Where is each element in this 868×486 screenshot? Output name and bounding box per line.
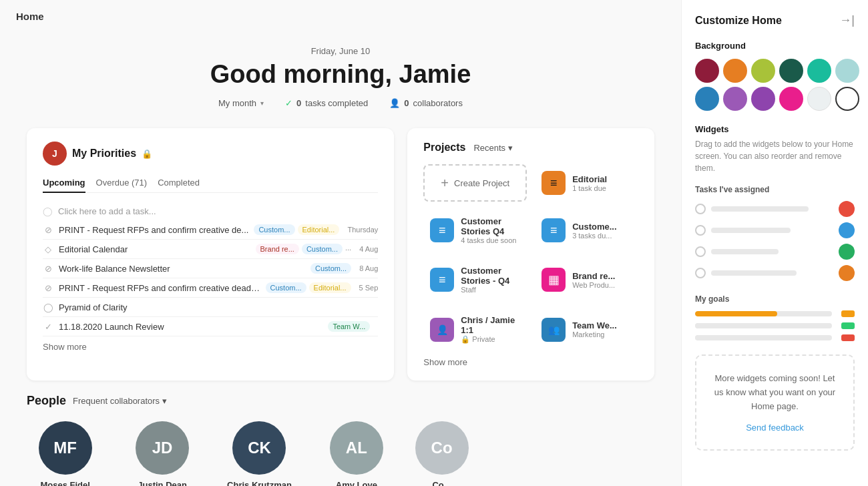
recents-filter[interactable]: Recents ▾ [473, 143, 513, 153]
table-row[interactable]: ✓ 11.18.2020 Launch Review Team W... [43, 317, 378, 336]
check-icon: ✓ [43, 321, 53, 332]
tag[interactable]: Custom... [310, 263, 351, 274]
circle-icon: ◯ [43, 302, 53, 312]
widgets-description: Drag to add the widgets below to your Ho… [695, 138, 855, 174]
color-swatch-light-gray[interactable] [807, 87, 831, 111]
avatar: JD [136, 421, 189, 475]
tag[interactable]: Editorial... [298, 224, 340, 235]
color-swatch-forest[interactable] [779, 59, 803, 83]
widget-row [695, 201, 855, 217]
avatar: CK [232, 421, 286, 475]
my-goals-title: My goals [695, 294, 855, 304]
projects-grid: + Create Project ≡ Editorial 1 task due … [423, 164, 638, 350]
color-swatch-light-teal[interactable] [835, 59, 859, 83]
goal-row [695, 310, 855, 317]
tag[interactable]: Custom... [302, 244, 343, 254]
tab-overdue[interactable]: Overdue (71) [96, 174, 148, 193]
hero-date: Friday, June 10 [0, 46, 681, 56]
hero-stats: My month ▾ ✓ 0 tasks completed 👤 0 colla… [0, 98, 681, 108]
color-swatch-crimson[interactable] [695, 59, 719, 83]
background-section: Background [695, 41, 855, 111]
tag[interactable]: Team W... [328, 321, 370, 332]
project-icon: ≡ [541, 171, 566, 195]
chevron-down-icon: ▾ [162, 396, 167, 406]
people-grid: MF Moses Fidel Collaborating with me JD … [27, 421, 654, 486]
project-item[interactable]: ≡ Editorial 1 task due [535, 164, 638, 202]
table-row[interactable]: ◯ Pyramid of Clarity [43, 298, 378, 317]
check-icon [695, 246, 706, 257]
show-more-tasks[interactable]: Show more [43, 342, 378, 352]
list-item[interactable]: JD Justin Dean Collaborating with me [124, 421, 200, 486]
table-row[interactable]: ◇ Editorial Calendar Brand re... Custom.… [43, 240, 378, 259]
color-swatch-teal[interactable] [807, 59, 831, 83]
list-item[interactable]: CK Chris Krutzman Collaborating with me [221, 421, 298, 486]
tasks-completed-stat: ✓ 0 tasks completed [285, 98, 368, 108]
project-item[interactable]: 👤 Chris / Jamie 1:1 🔒 Private [423, 308, 527, 350]
show-more-projects[interactable]: Show more [423, 357, 638, 367]
people-section: People Frequent collaborators ▾ MF Moses… [0, 394, 681, 486]
color-swatch-blue[interactable] [695, 87, 719, 111]
tag[interactable]: Brand re... [256, 244, 299, 254]
check-icon [695, 204, 706, 214]
my-goals-widget: My goals [695, 294, 855, 341]
list-item[interactable]: MF Moses Fidel Collaborating with me [27, 421, 103, 486]
project-item[interactable]: 👥 Team We... Marketing [535, 308, 638, 350]
project-item[interactable]: ≡ Custome... 3 tasks du... [535, 210, 638, 251]
project-icon: ≡ [430, 218, 454, 242]
color-swatch-white[interactable] [835, 87, 859, 111]
table-row[interactable]: ⊘ PRINT - Request RFPs and confirm creat… [43, 278, 378, 298]
project-icon: 👥 [541, 318, 566, 342]
avatar [839, 265, 855, 281]
goal-row [695, 322, 855, 329]
table-row[interactable]: ⊘ PRINT - Request RFPs and confirm creat… [43, 220, 378, 240]
color-swatch-lavender[interactable] [723, 87, 747, 111]
check-icon [695, 225, 706, 236]
color-swatch-orange[interactable] [723, 59, 747, 83]
project-item[interactable]: ▦ Brand re... Web Produ... [535, 259, 638, 300]
tag[interactable]: Editorial... [309, 282, 351, 293]
hero-section: Friday, June 10 Good morning, Jamie My m… [0, 33, 681, 115]
project-icon: ≡ [430, 268, 454, 292]
circle-icon: ◯ [43, 206, 53, 216]
tag[interactable]: Custom... [254, 224, 294, 235]
widgets-section: Widgets Drag to add the widgets below to… [695, 124, 855, 341]
color-swatch-pink[interactable] [779, 87, 803, 111]
chevron-down-icon: ▾ [508, 143, 513, 153]
project-icon: 👤 [430, 318, 454, 342]
tab-completed[interactable]: Completed [158, 174, 200, 193]
lock-icon: 🔒 [142, 149, 152, 159]
color-swatch-purple[interactable] [751, 87, 775, 111]
tasks-assigned-widget: Tasks I've assigned [695, 185, 855, 281]
project-item[interactable]: ≡ Customer Stories Q4 4 tasks due soon [423, 210, 527, 251]
project-icon: ▦ [541, 268, 566, 292]
tag[interactable]: Custom... [266, 282, 306, 293]
list-item[interactable]: Co Co... [415, 421, 469, 486]
projects-title: Projects [423, 142, 465, 154]
home-title: Home [16, 11, 44, 22]
hero-greeting: Good morning, Jamie [0, 60, 681, 89]
avatar: J [43, 142, 67, 166]
create-project-button[interactable]: + Create Project [423, 164, 527, 202]
priorities-tabs: Upcoming Overdue (71) Completed [43, 174, 378, 193]
color-swatch-lime[interactable] [751, 59, 775, 83]
feedback-link[interactable]: Send feedback [746, 423, 804, 433]
widget-row [695, 222, 855, 238]
collaborators-stat: 👤 0 collaborators [389, 98, 463, 108]
close-button[interactable]: →| [839, 13, 855, 27]
project-item[interactable]: ≡ Customer Stories - Q4 Staff [423, 259, 527, 300]
blocked-icon: ⊘ [43, 224, 53, 235]
table-row[interactable]: ⊘ Work-life Balance Newsletter Custom...… [43, 259, 378, 278]
project-icon: ≡ [541, 218, 566, 242]
blocked-icon: ⊘ [43, 263, 53, 274]
period-selector[interactable]: My month ▾ [218, 98, 264, 108]
coming-soon-section: More widgets coming soon! Let us know wh… [695, 354, 855, 451]
people-filter[interactable]: Frequent collaborators ▾ [73, 396, 167, 406]
avatar: Co [415, 421, 469, 475]
list-item[interactable]: AL Amy Love Collaborating with me [318, 421, 395, 486]
tab-upcoming[interactable]: Upcoming [43, 174, 85, 193]
widget-row [695, 244, 855, 260]
add-task-row[interactable]: ◯ Click here to add a task... [43, 202, 378, 220]
avatar: MF [39, 421, 92, 475]
avatar: AL [330, 421, 383, 475]
priorities-card: J My Priorities 🔒 Upcoming Overdue (71) … [27, 128, 394, 381]
